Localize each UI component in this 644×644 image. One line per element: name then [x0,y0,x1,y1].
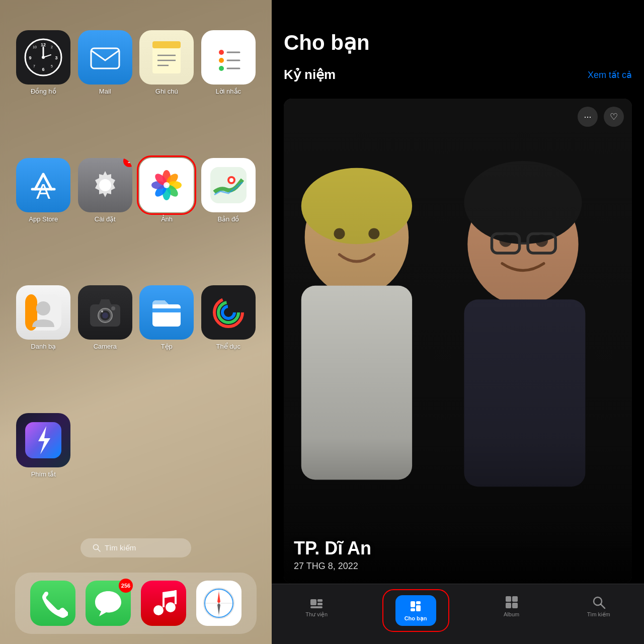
svg-point-36 [164,182,170,188]
svg-point-47 [111,306,115,310]
svg-point-20 [219,58,224,63]
svg-point-39 [229,178,233,182]
files-label: Tệp [161,343,173,350]
svg-rect-14 [152,41,181,48]
heart-button[interactable]: ♡ [604,107,624,127]
dock-music[interactable] [141,581,186,626]
svg-line-95 [601,605,605,609]
settings-badge: 1 [123,158,132,167]
memory-actions: ··· ♡ [578,107,624,127]
mail-label: Mail [99,88,111,95]
memory-location: TP. Dĩ An [294,538,622,559]
svg-point-58 [166,602,176,612]
memory-card[interactable]: ··· ♡ TP. Dĩ An 27 THG 8, 2022 [284,99,632,584]
app-maps[interactable]: Bản đồ [200,158,257,274]
search-icon [93,544,101,552]
app-camera[interactable]: Camera [77,285,134,401]
dock-messages[interactable]: 256 [86,581,131,626]
svg-point-21 [219,66,224,71]
section-title: Kỷ niệm [284,67,336,83]
photos-title: Cho bạn [284,30,632,55]
memory-date: 27 THG 8, 2022 [294,561,622,572]
shortcuts-label: Phím tắt [31,470,56,478]
svg-rect-84 [317,603,323,605]
tab-library-icon [309,595,324,609]
tab-for-you[interactable]: Cho bạn [385,592,446,629]
photos-app: Cho bạn Kỷ niệm Xem tất cả [272,0,644,644]
svg-rect-93 [512,603,518,608]
svg-point-46 [102,312,108,318]
app-grid: 12 6 9 3 10 2 7 5 Đồng hồ [15,30,257,528]
fitness-label: Thể dục [216,343,240,350]
svg-text:6: 6 [42,67,45,72]
app-files[interactable]: Tệp [138,285,195,401]
memory-overlay: TP. Dĩ An 27 THG 8, 2022 [284,526,632,584]
settings-label: Cài đặt [95,215,116,223]
svg-text:5: 5 [51,64,53,68]
app-notes[interactable]: Ghi chú [138,30,195,146]
app-settings[interactable]: 1 Cài đặt [77,158,134,274]
app-appstore[interactable]: A App Store [15,158,72,274]
svg-rect-89 [416,605,421,611]
photos-label: Ảnh [161,215,173,223]
tab-album-icon [505,595,519,609]
tab-search[interactable]: Tìm kiếm [577,592,620,629]
app-shortcuts[interactable]: Phím tắt [15,413,72,529]
app-photos[interactable]: Ảnh [138,158,195,274]
svg-rect-18 [210,39,247,75]
svg-rect-91 [512,596,518,602]
app-fitness[interactable]: Thể dục [200,285,257,401]
tab-for-you-icon [409,599,423,613]
svg-rect-50 [152,308,181,312]
messages-badge: 256 [119,579,133,593]
tab-for-you-label: Cho bạn [405,615,427,622]
svg-rect-88 [416,601,421,604]
reminders-label: Lời nhắc [215,88,241,95]
svg-text:10: 10 [33,45,37,49]
app-clock[interactable]: 12 6 9 3 10 2 7 5 Đồng hồ [15,30,72,146]
see-all-button[interactable]: Xem tất cả [588,69,632,80]
svg-point-19 [219,50,224,55]
svg-rect-12 [91,48,119,68]
svg-rect-87 [411,608,415,611]
app-mail[interactable]: Mail [77,30,134,146]
svg-rect-85 [310,606,323,608]
tab-library-label: Thư viện [305,611,328,618]
svg-text:2: 2 [51,45,53,49]
camera-label: Camera [94,343,117,350]
svg-point-48 [101,310,103,312]
home-screen: 12 6 9 3 10 2 7 5 Đồng hồ [0,0,272,644]
svg-point-57 [153,605,164,615]
search-bar[interactable]: Tìm kiếm [15,538,257,557]
memory-photo: ··· ♡ TP. Dĩ An 27 THG 8, 2022 [284,99,632,584]
tab-bar: Thư viện Cho bạn Album [272,584,644,644]
dock-safari[interactable] [196,581,242,626]
tab-album-label: Album [504,611,519,617]
tab-search-label: Tìm kiếm [587,611,610,618]
app-reminders[interactable]: Lời nhắc [200,30,257,146]
clock-label: Đồng hồ [31,88,56,95]
contacts-label: Danh bạ [31,343,56,350]
photos-header: Cho bạn Kỷ niệm Xem tất cả [272,0,644,99]
svg-text:7: 7 [33,64,35,68]
appstore-label: App Store [29,215,58,223]
svg-rect-37 [210,167,247,203]
search-text: Tìm kiếm [105,543,136,552]
svg-rect-82 [310,599,316,605]
more-button[interactable]: ··· [578,107,598,127]
svg-rect-81 [284,99,632,584]
svg-text:3: 3 [55,55,58,60]
svg-text:9: 9 [29,55,32,60]
svg-point-94 [594,597,602,605]
app-contacts[interactable]: Danh bạ [15,285,72,401]
tab-search-icon [592,595,606,609]
dock-phone[interactable] [30,581,75,626]
svg-point-11 [42,56,45,59]
tab-album[interactable]: Album [494,592,529,629]
svg-rect-49 [152,304,181,327]
svg-line-56 [98,549,101,552]
tab-library[interactable]: Thư viện [295,592,338,629]
dock: 256 [15,573,257,634]
svg-rect-83 [317,599,323,602]
svg-point-53 [222,306,234,318]
